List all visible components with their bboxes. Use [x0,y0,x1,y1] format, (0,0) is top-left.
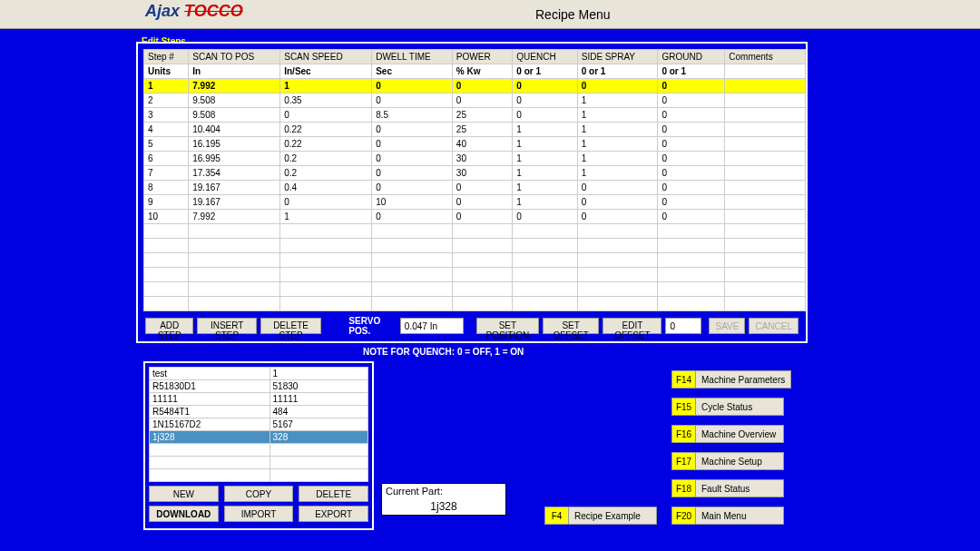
parts-cell[interactable] [150,457,270,469]
grid-cell[interactable] [577,239,658,253]
parts-cell[interactable]: test [150,368,270,380]
grid-cell[interactable]: 1 [513,195,577,210]
grid-header[interactable]: GROUND [658,50,725,64]
grid-cell[interactable]: 25 [452,108,512,123]
grid-header[interactable]: SIDE SPRAY [577,50,658,64]
export-button[interactable]: EXPORT [299,506,368,522]
f4-button[interactable]: F4 Recipe Example [544,507,657,525]
grid-cell[interactable]: 30 [452,166,512,181]
grid-row-empty[interactable] [144,239,806,253]
grid-cell[interactable] [189,297,280,311]
grid-cell[interactable] [452,297,512,311]
grid-header[interactable]: SCAN SPEED [280,50,372,64]
parts-cell[interactable]: R5484T1 [150,406,270,418]
grid-cell[interactable]: 0 [280,108,372,123]
insert-step-button[interactable]: INSERT STEP [197,318,256,334]
grid-cell[interactable]: 5 [144,137,189,152]
grid-cell[interactable]: 1 [577,93,658,108]
grid-row[interactable]: 107.992100000 [144,210,806,224]
grid-cell[interactable]: 0 [513,108,577,123]
grid-cell[interactable]: 0 [658,152,725,166]
f17-button[interactable]: F17 Machine Setup [671,452,784,470]
grid-cell[interactable] [725,123,806,137]
grid-cell[interactable] [452,253,512,268]
parts-cell[interactable]: 11111 [150,393,270,406]
grid-cell[interactable]: 0 [372,123,453,137]
grid-cell[interactable]: 2 [144,93,189,108]
grid-cell[interactable] [452,224,512,239]
grid-row[interactable]: 717.3540.2030110 [144,166,806,181]
grid-cell[interactable] [658,282,725,297]
grid-cell[interactable]: 40 [452,137,512,152]
parts-cell[interactable] [270,469,368,482]
servo-pos-value[interactable] [400,318,464,334]
grid-cell[interactable] [725,137,806,152]
grid-row-empty[interactable] [144,253,806,268]
grid-cell[interactable]: 9.508 [189,93,280,108]
grid-cell[interactable] [725,239,806,253]
grid-cell[interactable]: 10 [372,195,453,210]
grid-cell[interactable]: 0 [658,93,725,108]
grid-cell[interactable]: 6 [144,152,189,166]
grid-cell[interactable]: 1 [513,123,577,137]
delete-part-button[interactable]: DELETE [299,486,368,502]
grid-cell[interactable]: 1 [577,137,658,152]
grid-cell[interactable]: 0.35 [280,93,372,108]
grid-cell[interactable]: 0 [513,79,577,93]
grid-cell[interactable] [144,239,189,253]
grid-cell[interactable]: 0 [658,108,725,123]
grid-cell[interactable] [280,297,372,311]
f15-button[interactable]: F15 Cycle Status [671,398,784,416]
parts-cell[interactable]: 484 [270,406,368,418]
grid-cell[interactable] [144,297,189,311]
grid-cell[interactable] [725,224,806,239]
grid-cell[interactable] [189,224,280,239]
grid-row[interactable]: 410.4040.22025110 [144,123,806,137]
grid-cell[interactable] [725,166,806,181]
grid-cell[interactable] [452,282,512,297]
grid-cell[interactable] [189,253,280,268]
grid-cell[interactable] [513,297,577,311]
grid-cell[interactable]: 0 [452,195,512,210]
grid-header[interactable]: Step # [144,50,189,64]
grid-row[interactable]: 516.1950.22040110 [144,137,806,152]
parts-row[interactable]: 1111111111 [150,393,368,406]
parts-table[interactable]: test1R51830D1518301111111111R5484T14841N… [149,367,368,482]
f14-button[interactable]: F14 Machine Parameters [671,370,791,389]
grid-cell[interactable] [280,224,372,239]
grid-cell[interactable] [658,224,725,239]
grid-cell[interactable]: 1 [577,166,658,181]
grid-cell[interactable]: 9.508 [189,108,280,123]
parts-row[interactable]: 1j328328 [150,431,368,444]
grid-cell[interactable]: 1 [280,210,372,224]
grid-cell[interactable]: 0 [372,93,453,108]
grid-cell[interactable] [658,253,725,268]
grid-cell[interactable] [372,253,453,268]
grid-header[interactable]: DWELL TIME [372,50,453,64]
parts-row-empty[interactable] [150,457,368,469]
grid-cell[interactable] [372,268,453,282]
grid-cell[interactable] [280,268,372,282]
grid-cell[interactable]: 0 [372,79,453,93]
grid-cell[interactable]: 8.5 [372,108,453,123]
grid-cell[interactable]: 0 [452,79,512,93]
grid-cell[interactable]: 7.992 [189,79,280,93]
grid-cell[interactable] [577,268,658,282]
parts-cell[interactable]: 51830 [270,380,368,393]
steps-grid[interactable]: Step #SCAN TO POSSCAN SPEEDDWELL TIMEPOW… [143,49,806,311]
grid-cell[interactable]: 10.404 [189,123,280,137]
grid-cell[interactable]: 19.167 [189,181,280,195]
grid-cell[interactable]: 0 [658,137,725,152]
grid-cell[interactable]: 0.2 [280,166,372,181]
grid-cell[interactable]: 0 [658,210,725,224]
parts-cell[interactable]: R51830D1 [150,380,270,393]
grid-cell[interactable]: 0 [372,137,453,152]
grid-cell[interactable]: 1 [280,79,372,93]
grid-cell[interactable]: 0 [658,195,725,210]
grid-cell[interactable]: 0 [577,181,658,195]
grid-cell[interactable] [280,253,372,268]
grid-row[interactable]: 29.5080.3500010 [144,93,806,108]
grid-cell[interactable]: 8 [144,181,189,195]
edit-offset-button[interactable]: EDIT OFFSET [603,318,662,334]
parts-cell[interactable] [150,444,270,457]
